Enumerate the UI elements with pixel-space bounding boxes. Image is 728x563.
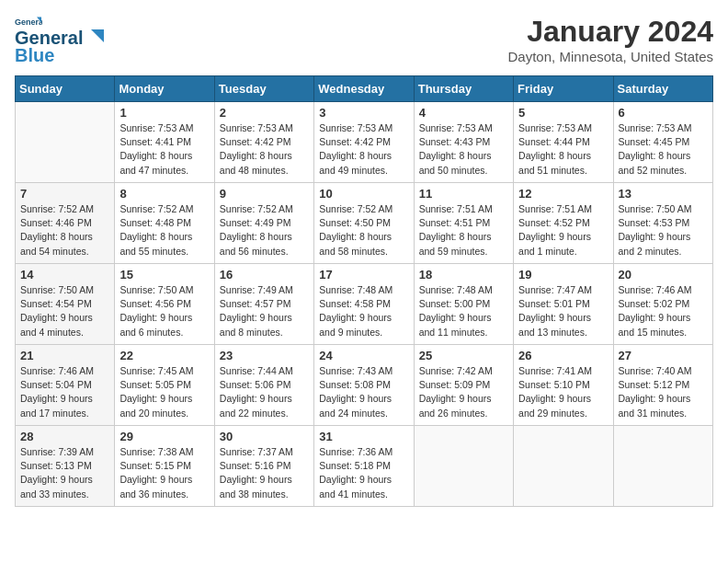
day-cell-5: 5Sunrise: 7:53 AMSunset: 4:44 PMDaylight… (514, 102, 613, 183)
day-cell-22: 22Sunrise: 7:45 AMSunset: 5:05 PMDayligh… (115, 345, 214, 426)
day-cell-15: 15Sunrise: 7:50 AMSunset: 4:56 PMDayligh… (115, 264, 214, 345)
day-number: 17 (319, 268, 408, 282)
day-cell-11: 11Sunrise: 7:51 AMSunset: 4:51 PMDayligh… (414, 183, 513, 264)
day-cell-12: 12Sunrise: 7:51 AMSunset: 4:52 PMDayligh… (514, 183, 613, 264)
day-info: Sunrise: 7:44 AMSunset: 5:06 PMDaylight:… (220, 364, 309, 420)
day-info: Sunrise: 7:52 AMSunset: 4:48 PMDaylight:… (119, 202, 209, 259)
day-cell-9: 9Sunrise: 7:52 AMSunset: 4:49 PMDaylight… (214, 183, 313, 264)
day-cell-13: 13Sunrise: 7:50 AMSunset: 4:53 PMDayligh… (613, 183, 712, 264)
empty-cell (613, 426, 712, 507)
day-cell-20: 20Sunrise: 7:46 AMSunset: 5:02 PMDayligh… (613, 264, 712, 345)
col-sunday: Sunday (16, 76, 115, 102)
day-number: 26 (518, 349, 608, 362)
title-block: January 2024 Dayton, Minnesota, United S… (508, 15, 713, 64)
day-number: 5 (518, 106, 608, 120)
week-row-2: 14Sunrise: 7:50 AMSunset: 4:54 PMDayligh… (16, 264, 713, 345)
day-cell-26: 26Sunrise: 7:41 AMSunset: 5:10 PMDayligh… (514, 345, 613, 426)
day-info: Sunrise: 7:46 AMSunset: 5:02 PMDaylight:… (619, 283, 708, 339)
day-info: Sunrise: 7:49 AMSunset: 4:57 PMDaylight:… (220, 283, 309, 339)
day-number: 21 (20, 349, 109, 362)
day-number: 1 (119, 106, 209, 120)
day-info: Sunrise: 7:38 AMSunset: 5:15 PMDaylight:… (119, 445, 209, 501)
empty-cell (16, 102, 115, 183)
day-info: Sunrise: 7:50 AMSunset: 4:53 PMDaylight:… (619, 202, 708, 259)
day-info: Sunrise: 7:36 AMSunset: 5:18 PMDaylight:… (319, 445, 408, 501)
day-number: 4 (419, 106, 508, 120)
col-thursday: Thursday (414, 76, 513, 102)
page-header: General General Blue January 2024 Dayton… (15, 15, 713, 66)
day-info: Sunrise: 7:52 AMSunset: 4:50 PMDaylight:… (319, 202, 408, 259)
day-cell-14: 14Sunrise: 7:50 AMSunset: 4:54 PMDayligh… (16, 264, 115, 345)
day-number: 28 (20, 430, 109, 443)
day-info: Sunrise: 7:53 AMSunset: 4:42 PMDaylight:… (319, 121, 408, 178)
day-number: 3 (319, 106, 408, 120)
day-info: Sunrise: 7:53 AMSunset: 4:42 PMDaylight:… (220, 121, 309, 178)
day-number: 11 (419, 187, 508, 201)
logo-arrow-icon (84, 29, 104, 42)
day-info: Sunrise: 7:37 AMSunset: 5:16 PMDaylight:… (220, 445, 309, 501)
day-number: 14 (20, 268, 109, 282)
day-number: 27 (619, 349, 708, 362)
day-number: 29 (119, 430, 209, 443)
day-info: Sunrise: 7:47 AMSunset: 5:01 PMDaylight:… (518, 283, 608, 339)
day-cell-27: 27Sunrise: 7:40 AMSunset: 5:12 PMDayligh… (613, 345, 712, 426)
day-cell-6: 6Sunrise: 7:53 AMSunset: 4:45 PMDaylight… (613, 102, 712, 183)
col-friday: Friday (514, 76, 613, 102)
day-number: 2 (220, 106, 309, 120)
day-info: Sunrise: 7:52 AMSunset: 4:49 PMDaylight:… (220, 202, 309, 259)
day-cell-16: 16Sunrise: 7:49 AMSunset: 4:57 PMDayligh… (214, 264, 313, 345)
day-info: Sunrise: 7:48 AMSunset: 4:58 PMDaylight:… (319, 283, 408, 339)
day-info: Sunrise: 7:40 AMSunset: 5:12 PMDaylight:… (619, 364, 708, 420)
logo-blue: Blue (15, 45, 54, 66)
day-number: 22 (119, 349, 209, 362)
day-cell-10: 10Sunrise: 7:52 AMSunset: 4:50 PMDayligh… (314, 183, 414, 264)
col-monday: Monday (115, 76, 214, 102)
day-cell-24: 24Sunrise: 7:43 AMSunset: 5:08 PMDayligh… (314, 345, 414, 426)
day-info: Sunrise: 7:50 AMSunset: 4:56 PMDaylight:… (119, 283, 209, 339)
day-cell-17: 17Sunrise: 7:48 AMSunset: 4:58 PMDayligh… (314, 264, 414, 345)
day-cell-7: 7Sunrise: 7:52 AMSunset: 4:46 PMDaylight… (16, 183, 115, 264)
day-info: Sunrise: 7:39 AMSunset: 5:13 PMDaylight:… (20, 445, 109, 501)
day-info: Sunrise: 7:53 AMSunset: 4:43 PMDaylight:… (419, 121, 508, 178)
day-number: 16 (220, 268, 309, 282)
day-info: Sunrise: 7:51 AMSunset: 4:51 PMDaylight:… (419, 202, 508, 259)
day-info: Sunrise: 7:53 AMSunset: 4:45 PMDaylight:… (619, 121, 708, 178)
day-info: Sunrise: 7:53 AMSunset: 4:41 PMDaylight:… (119, 121, 209, 178)
day-cell-19: 19Sunrise: 7:47 AMSunset: 5:01 PMDayligh… (514, 264, 613, 345)
day-number: 18 (419, 268, 508, 282)
day-info: Sunrise: 7:45 AMSunset: 5:05 PMDaylight:… (119, 364, 209, 420)
day-info: Sunrise: 7:50 AMSunset: 4:54 PMDaylight:… (20, 283, 109, 339)
day-cell-31: 31Sunrise: 7:36 AMSunset: 5:18 PMDayligh… (314, 426, 414, 507)
empty-cell (514, 426, 613, 507)
month-title: January 2024 (508, 15, 713, 49)
col-tuesday: Tuesday (214, 76, 313, 102)
day-number: 9 (220, 187, 309, 201)
day-cell-18: 18Sunrise: 7:48 AMSunset: 5:00 PMDayligh… (414, 264, 513, 345)
day-number: 19 (518, 268, 608, 282)
day-cell-21: 21Sunrise: 7:46 AMSunset: 5:04 PMDayligh… (16, 345, 115, 426)
day-cell-3: 3Sunrise: 7:53 AMSunset: 4:42 PMDaylight… (314, 102, 414, 183)
day-info: Sunrise: 7:48 AMSunset: 5:00 PMDaylight:… (419, 283, 508, 339)
day-number: 23 (220, 349, 309, 362)
week-row-4: 28Sunrise: 7:39 AMSunset: 5:13 PMDayligh… (16, 426, 713, 507)
day-cell-29: 29Sunrise: 7:38 AMSunset: 5:15 PMDayligh… (115, 426, 214, 507)
week-row-0: 1Sunrise: 7:53 AMSunset: 4:41 PMDaylight… (16, 102, 713, 183)
day-number: 6 (619, 106, 708, 120)
day-info: Sunrise: 7:46 AMSunset: 5:04 PMDaylight:… (20, 364, 109, 420)
day-number: 8 (119, 187, 209, 201)
calendar-table: Sunday Monday Tuesday Wednesday Thursday… (15, 75, 713, 507)
day-info: Sunrise: 7:42 AMSunset: 5:09 PMDaylight:… (419, 364, 508, 420)
day-info: Sunrise: 7:41 AMSunset: 5:10 PMDaylight:… (518, 364, 608, 420)
location-title: Dayton, Minnesota, United States (508, 49, 713, 64)
day-info: Sunrise: 7:52 AMSunset: 4:46 PMDaylight:… (20, 202, 109, 259)
day-info: Sunrise: 7:53 AMSunset: 4:44 PMDaylight:… (518, 121, 608, 178)
day-number: 7 (20, 187, 109, 201)
day-number: 30 (220, 430, 309, 443)
day-number: 24 (319, 349, 408, 362)
svg-marker-2 (91, 29, 104, 42)
day-cell-23: 23Sunrise: 7:44 AMSunset: 5:06 PMDayligh… (214, 345, 313, 426)
day-cell-25: 25Sunrise: 7:42 AMSunset: 5:09 PMDayligh… (414, 345, 513, 426)
day-number: 12 (518, 187, 608, 201)
day-cell-28: 28Sunrise: 7:39 AMSunset: 5:13 PMDayligh… (16, 426, 115, 507)
day-cell-1: 1Sunrise: 7:53 AMSunset: 4:41 PMDaylight… (115, 102, 214, 183)
